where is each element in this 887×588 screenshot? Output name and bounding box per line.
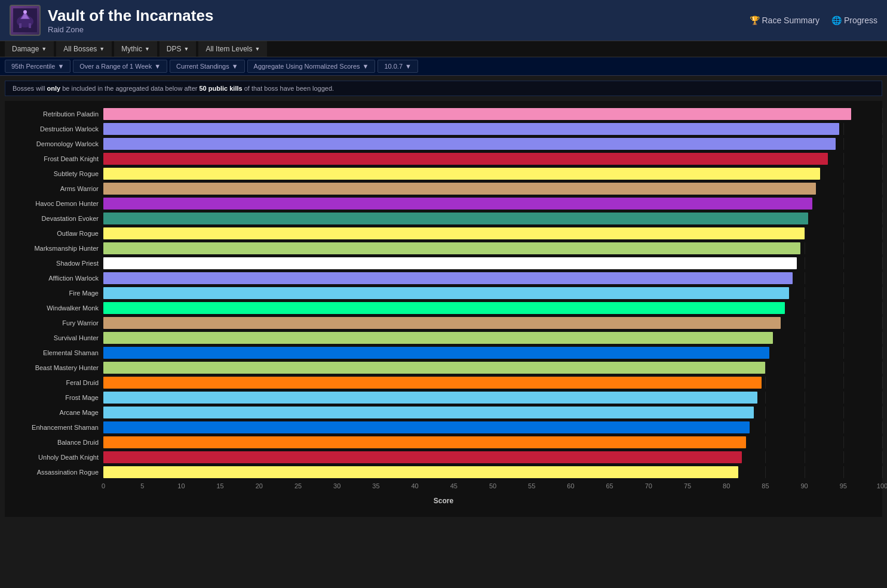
race-summary-link[interactable]: 🏆 Race Summary bbox=[750, 16, 820, 25]
chevron-down-icon: ▼ bbox=[57, 63, 64, 70]
bar-label: Fire Mage bbox=[5, 290, 103, 297]
bar-row: Affliction Warlock bbox=[5, 271, 882, 285]
grid-line bbox=[765, 436, 766, 448]
filter-percentile[interactable]: 95th Percentile ▼ bbox=[5, 60, 70, 73]
bar-row: Arcane Mage bbox=[5, 405, 882, 420]
bar-fill bbox=[103, 466, 738, 478]
bar-label: Assassination Rogue bbox=[5, 469, 103, 476]
header: Vault of the Incarnates Raid Zone 🏆 Race… bbox=[0, 0, 887, 41]
x-tick: 95 bbox=[840, 482, 847, 490]
progress-link[interactable]: 🌐 Progress bbox=[831, 16, 877, 25]
grid-line bbox=[882, 451, 883, 463]
grid-line bbox=[882, 153, 883, 165]
bar-fill bbox=[103, 362, 765, 374]
filter-version[interactable]: 10.0.7 ▼ bbox=[377, 60, 418, 73]
bar-label: Havoc Demon Hunter bbox=[5, 200, 103, 207]
bar-label: Demonology Warlock bbox=[5, 140, 103, 147]
grid-line bbox=[843, 153, 844, 165]
bar-fill bbox=[103, 198, 812, 210]
nav-dps[interactable]: DPS ▼ bbox=[159, 41, 197, 57]
x-tick: 80 bbox=[723, 482, 730, 490]
grid-line bbox=[882, 302, 883, 314]
nav-damage[interactable]: Damage ▼ bbox=[5, 41, 54, 57]
bar-track bbox=[103, 466, 882, 478]
bar-label: Feral Druid bbox=[5, 379, 103, 386]
bar-track bbox=[103, 421, 882, 433]
bar-track bbox=[103, 242, 882, 254]
grid-line bbox=[882, 242, 883, 254]
x-tick: 45 bbox=[450, 482, 458, 490]
x-tick: 60 bbox=[567, 482, 574, 490]
bar-fill bbox=[103, 436, 746, 448]
bar-fill bbox=[103, 227, 805, 239]
filter-bar: 95th Percentile ▼ Over a Range of 1 Week… bbox=[0, 57, 887, 76]
grid-line bbox=[843, 362, 844, 374]
nav-mythic[interactable]: Mythic ▼ bbox=[114, 41, 157, 57]
bar-track bbox=[103, 436, 882, 448]
bar-row: Balance Druid bbox=[5, 435, 882, 450]
grid-line bbox=[882, 466, 883, 478]
grid-line bbox=[843, 123, 844, 135]
bar-label: Outlaw Rogue bbox=[5, 230, 103, 237]
bar-track bbox=[103, 257, 882, 269]
grid-line bbox=[843, 272, 844, 284]
bar-track bbox=[103, 407, 882, 418]
bar-row: Survival Hunter bbox=[5, 331, 882, 345]
bar-track bbox=[103, 332, 882, 344]
x-axis: 0510152025303540455055606570758085909510… bbox=[103, 480, 882, 494]
grid-line bbox=[805, 302, 805, 314]
bar-label: Enhancement Shaman bbox=[5, 424, 103, 431]
grid-line bbox=[805, 436, 805, 448]
bar-fill bbox=[103, 347, 769, 359]
grid-line bbox=[882, 436, 883, 448]
filter-range[interactable]: Over a Range of 1 Week ▼ bbox=[73, 60, 167, 73]
trophy-icon: 🏆 bbox=[750, 16, 760, 25]
bar-row: Frost Death Knight bbox=[5, 152, 882, 166]
bar-label: Frost Death Knight bbox=[5, 155, 103, 162]
header-title-block: Vault of the Incarnates Raid Zone bbox=[48, 7, 213, 34]
bar-label: Marksmanship Hunter bbox=[5, 245, 103, 252]
globe-icon: 🌐 bbox=[831, 16, 842, 25]
bar-row: Feral Druid bbox=[5, 375, 882, 390]
grid-line bbox=[805, 317, 805, 329]
grid-line bbox=[882, 317, 883, 329]
bar-row: Fury Warrior bbox=[5, 316, 882, 330]
bar-fill bbox=[103, 421, 750, 433]
x-tick: 10 bbox=[177, 482, 185, 490]
bar-row: Arms Warrior bbox=[5, 181, 882, 196]
grid-line bbox=[843, 436, 844, 448]
chevron-down-icon: ▼ bbox=[99, 46, 105, 52]
bar-row: Frost Mage bbox=[5, 390, 882, 405]
x-tick: 30 bbox=[333, 482, 340, 490]
svg-rect-6 bbox=[29, 23, 31, 28]
bar-row: Assassination Rogue bbox=[5, 465, 882, 479]
grid-line bbox=[882, 257, 883, 269]
bar-row: Beast Mastery Hunter bbox=[5, 361, 882, 375]
bar-label: Survival Hunter bbox=[5, 334, 103, 341]
nav-all-item-levels[interactable]: All Item Levels ▼ bbox=[198, 41, 267, 57]
chart-container: Retribution PaladinDestruction WarlockDe… bbox=[5, 101, 882, 517]
grid-line bbox=[882, 183, 883, 195]
chevron-down-icon: ▼ bbox=[232, 63, 238, 70]
bar-track bbox=[103, 451, 882, 463]
nav-all-bosses[interactable]: All Bosses ▼ bbox=[56, 41, 112, 57]
bar-track bbox=[103, 392, 882, 404]
bar-fill bbox=[103, 451, 742, 463]
bar-fill bbox=[103, 153, 828, 165]
grid-line bbox=[805, 377, 805, 389]
x-tick: 55 bbox=[528, 482, 535, 490]
x-tick-container: 0510152025303540455055606570758085909510… bbox=[103, 482, 882, 494]
grid-line bbox=[882, 287, 883, 299]
bar-row: Windwalker Monk bbox=[5, 301, 882, 315]
zone-icon bbox=[10, 5, 41, 36]
bar-row: Unholy Death Knight bbox=[5, 450, 882, 464]
bar-row: Havoc Demon Hunter bbox=[5, 196, 882, 211]
bar-label: Frost Mage bbox=[5, 394, 103, 401]
bar-row: Shadow Priest bbox=[5, 256, 882, 270]
filter-standings[interactable]: Current Standings ▼ bbox=[170, 60, 245, 73]
x-tick: 25 bbox=[294, 482, 302, 490]
filter-aggregate[interactable]: Aggregate Using Normalized Scores ▼ bbox=[247, 60, 376, 73]
grid-line bbox=[765, 407, 766, 418]
x-tick: 100 bbox=[877, 482, 887, 490]
svg-rect-5 bbox=[19, 23, 22, 28]
